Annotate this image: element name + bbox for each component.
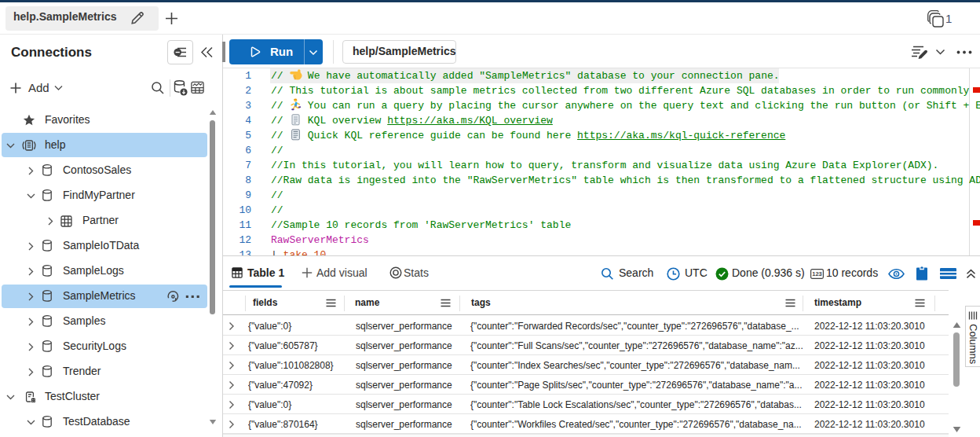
svg-text:123: 123: [812, 270, 822, 277]
